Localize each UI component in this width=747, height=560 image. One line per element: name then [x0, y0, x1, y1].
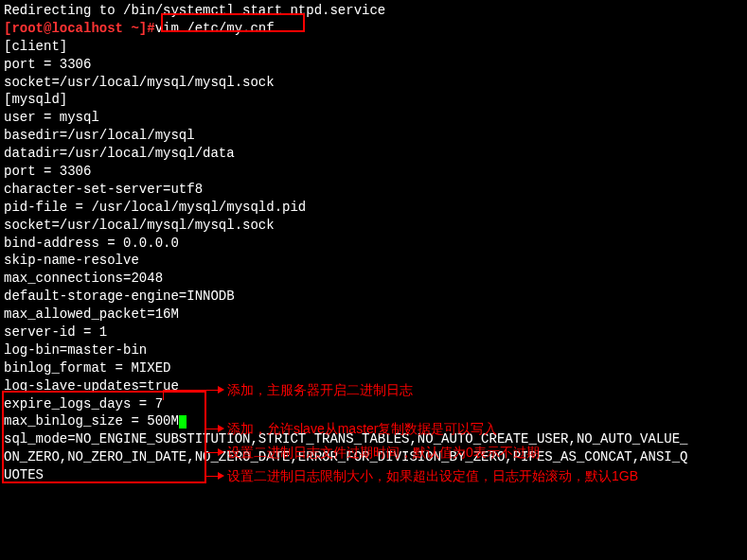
prompt-command: vim /etc/my.cnf — [155, 21, 275, 36]
arrow-1-head — [218, 386, 224, 394]
cfg-client: [client] — [4, 38, 743, 56]
annotation-3: 设置二进制日志文件过期时间，默认值为0表示不过期 — [227, 444, 540, 462]
cfg-port1: port = 3306 — [4, 56, 743, 74]
cfg-charset: character-set-server=utf8 — [4, 181, 743, 199]
arrow-1-h — [163, 390, 218, 391]
cfg-pidfile: pid-file = /usr/local/mysql/mysqld.pid — [4, 199, 743, 217]
redirect-line: Redirecting to /bin/systemctl start ntpd… — [4, 2, 743, 20]
cfg-mysqld: [mysqld] — [4, 91, 743, 109]
cfg-engine: default-storage-engine=INNODB — [4, 288, 743, 306]
cfg-maxconn: max_connections=2048 — [4, 270, 743, 288]
prompt-hash: # — [147, 21, 154, 36]
cfg-binlogfmt: binlog_format = MIXED — [4, 359, 743, 377]
cfg-user: user = mysql — [4, 109, 743, 127]
arrow-2 — [206, 429, 218, 429]
annotation-4: 设置二进制日志限制大小，如果超出设定值，日志开始滚动，默认1GB — [227, 467, 638, 485]
cfg-bindaddr: bind-address = 0.0.0.0 — [4, 235, 743, 253]
arrow-4 — [206, 476, 218, 477]
arrow-2-head — [218, 425, 224, 432]
cfg-basedir: basedir=/usr/local/mysql — [4, 127, 743, 145]
cfg-serverid: server-id = 1 — [4, 324, 743, 341]
prompt-line[interactable]: [root@localhost ~]#vim /etc/my.cnf — [4, 20, 743, 38]
cfg-logbin: log-bin=master-bin — [4, 341, 743, 359]
cfg-socket1: socket=/usr/local/mysql/mysql.sock — [4, 74, 743, 92]
prompt-user-host: [root@localhost ~] — [4, 21, 147, 36]
arrow-4-head — [218, 472, 224, 480]
cfg-socket2: socket=/usr/local/mysql/mysql.sock — [4, 217, 743, 235]
annotation-2: 添加，允许slave从master复制数据是可以写入 — [227, 420, 497, 438]
cursor-icon — [179, 415, 187, 429]
annotation-1: 添加，主服务器开启二进制日志 — [227, 381, 413, 399]
arrow-1 — [163, 390, 164, 400]
cfg-maxpacket: max_allowed_packet=16M — [4, 306, 743, 324]
cfg-port2: port = 3306 — [4, 163, 743, 181]
cfg-skipname: skip-name-resolve — [4, 252, 743, 270]
arrow-3 — [206, 452, 218, 453]
cfg-datadir: datadir=/usr/local/mysql/data — [4, 145, 743, 163]
arrow-3-head — [218, 448, 224, 456]
